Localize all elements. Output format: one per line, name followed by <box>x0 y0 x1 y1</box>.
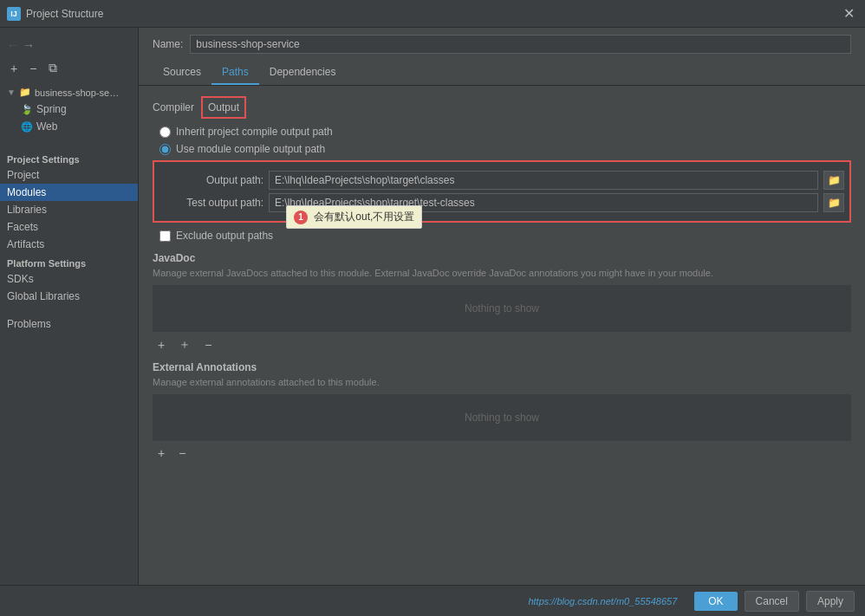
external-annotations-desc: Manage external annotations attached to … <box>153 377 851 387</box>
test-output-path-row: Test output path: 📁 <box>159 193 844 212</box>
use-module-radio-option[interactable]: Use module compile output path <box>153 143 851 155</box>
paths-tab-content: Compiler Output Inherit project compile … <box>139 86 865 585</box>
sidebar: ← → + − ⧉ ▼ 📁 business-shop-service 🍃 Sp… <box>0 28 139 585</box>
sidebar-item-problems-label: Problems <box>7 318 51 330</box>
forward-button[interactable]: → <box>23 38 35 52</box>
javadoc-remove-button[interactable]: − <box>199 336 217 353</box>
sidebar-item-project[interactable]: Project <box>0 166 138 184</box>
tree-spring[interactable]: 🍃 Spring <box>0 101 138 118</box>
compiler-output-box: Output <box>201 96 246 119</box>
javadoc-nothing: Nothing to show <box>153 285 851 332</box>
sidebar-item-global-libraries-label: Global Libraries <box>7 290 80 302</box>
javadoc-desc: Manage external JavaDocs attached to thi… <box>153 268 851 278</box>
spring-icon: 🍃 <box>21 104 33 115</box>
tree-root[interactable]: ▼ 📁 business-shop-service <box>0 84 138 101</box>
sidebar-item-project-label: Project <box>7 169 39 181</box>
output-path-row: Output path: 📁 <box>159 171 844 190</box>
exclude-checkbox[interactable] <box>159 230 171 242</box>
tabs-bar: Sources Paths Dependencies <box>139 61 865 86</box>
folder-icon: 📁 <box>19 87 31 98</box>
sidebar-item-artifacts-label: Artifacts <box>7 238 44 250</box>
tree-spring-label: Spring <box>36 103 67 115</box>
sidebar-item-problems[interactable]: Problems <box>0 315 138 333</box>
sidebar-item-libraries[interactable]: Libraries <box>0 201 138 218</box>
external-annotations-title: External Annotations <box>153 361 851 373</box>
window-title: Project Structure <box>26 8 103 20</box>
web-icon: 🌐 <box>21 121 33 133</box>
bottom-bar: https://blog.csdn.net/m0_55548657 OK Can… <box>0 585 865 616</box>
use-module-radio[interactable] <box>159 144 171 155</box>
inherit-radio[interactable] <box>159 126 171 138</box>
use-module-radio-label: Use module compile output path <box>176 143 325 155</box>
sidebar-item-facets-label: Facets <box>7 221 38 233</box>
tooltip-bubble: 1 会有默认out,不用设置 <box>286 205 422 229</box>
sidebar-item-modules-label: Modules <box>7 186 46 198</box>
compiler-label-text: Compiler <box>153 101 194 113</box>
title-bar-left: IJ Project Structure <box>7 7 103 21</box>
remove-module-button[interactable]: − <box>26 60 40 77</box>
tooltip-text: 会有默认out,不用设置 <box>314 211 414 223</box>
add-module-button[interactable]: + <box>7 60 21 77</box>
sidebar-item-sdks[interactable]: SDKs <box>0 270 138 288</box>
javadoc-add-url-button[interactable]: ＋ <box>173 335 196 354</box>
tab-sources[interactable]: Sources <box>153 61 211 85</box>
output-path-browse-button[interactable]: 📁 <box>823 171 844 190</box>
app-icon: IJ <box>7 7 21 21</box>
ext-add-button[interactable]: + <box>153 444 170 462</box>
window-container: IJ Project Structure ✕ ← → + − ⧉ ▼ 📁 <box>0 0 865 616</box>
tab-paths[interactable]: Paths <box>211 61 259 85</box>
title-bar: IJ Project Structure ✕ <box>0 0 865 28</box>
tooltip-number: 1 <box>294 211 308 224</box>
test-output-path-label: Test output path: <box>159 197 263 209</box>
project-settings-header: Project Settings <box>0 149 138 166</box>
javadoc-add-button[interactable]: + <box>153 336 170 353</box>
ok-button[interactable]: OK <box>694 592 737 611</box>
exclude-checkbox-row: Exclude output paths <box>153 230 851 242</box>
ext-remove-button[interactable]: − <box>173 444 191 462</box>
cancel-button[interactable]: Cancel <box>745 591 799 612</box>
tree-web[interactable]: 🌐 Web <box>0 118 138 135</box>
tree-web-label: Web <box>36 120 57 133</box>
sidebar-toolbar: + − ⧉ <box>0 55 138 81</box>
bottom-url: https://blog.csdn.net/m0_55548657 <box>10 596 687 606</box>
external-annotations-nothing: Nothing to show <box>153 394 851 441</box>
tree-root-label: business-shop-service <box>35 88 121 98</box>
paths-red-box: Output path: 📁 Test output path: 📁 <box>153 160 851 223</box>
output-path-input[interactable] <box>269 171 818 190</box>
close-button[interactable]: ✕ <box>840 5 858 22</box>
compiler-label-row: Compiler Output <box>153 96 851 119</box>
compiler-section: Compiler Output Inherit project compile … <box>153 96 851 242</box>
sidebar-item-artifacts[interactable]: Artifacts <box>0 236 138 253</box>
javadoc-toolbar: + ＋ − <box>153 335 851 354</box>
name-label: Name: <box>153 38 183 50</box>
exclude-checkbox-label: Exclude output paths <box>176 230 273 242</box>
content-area: Name: Sources Paths Dependencies Compile… <box>139 28 865 585</box>
apply-button[interactable]: Apply <box>806 591 855 612</box>
output-path-label: Output path: <box>159 174 263 186</box>
main-container: ← → + − ⧉ ▼ 📁 business-shop-service 🍃 Sp… <box>0 28 865 585</box>
tree-expand-icon: ▼ <box>7 88 16 97</box>
javadoc-title: JavaDoc <box>153 252 851 264</box>
sidebar-item-libraries-label: Libraries <box>7 204 47 216</box>
test-output-path-browse-button[interactable]: 📁 <box>823 193 844 212</box>
sidebar-item-sdks-label: SDKs <box>7 273 34 285</box>
back-button[interactable]: ← <box>7 38 19 52</box>
copy-module-button[interactable]: ⧉ <box>45 59 61 77</box>
sidebar-item-modules[interactable]: Modules <box>0 184 138 201</box>
name-row: Name: <box>139 28 865 61</box>
inherit-radio-option[interactable]: Inherit project compile output path <box>153 126 851 138</box>
sidebar-item-global-libraries[interactable]: Global Libraries <box>0 288 138 305</box>
inherit-radio-label: Inherit project compile output path <box>176 126 333 138</box>
nav-arrows: ← → <box>0 35 138 55</box>
name-input[interactable] <box>190 35 851 54</box>
external-annotations-toolbar: + − <box>153 444 851 462</box>
tab-dependencies[interactable]: Dependencies <box>259 61 347 85</box>
sidebar-item-facets[interactable]: Facets <box>0 218 138 236</box>
platform-settings-header: Platform Settings <box>0 253 138 270</box>
